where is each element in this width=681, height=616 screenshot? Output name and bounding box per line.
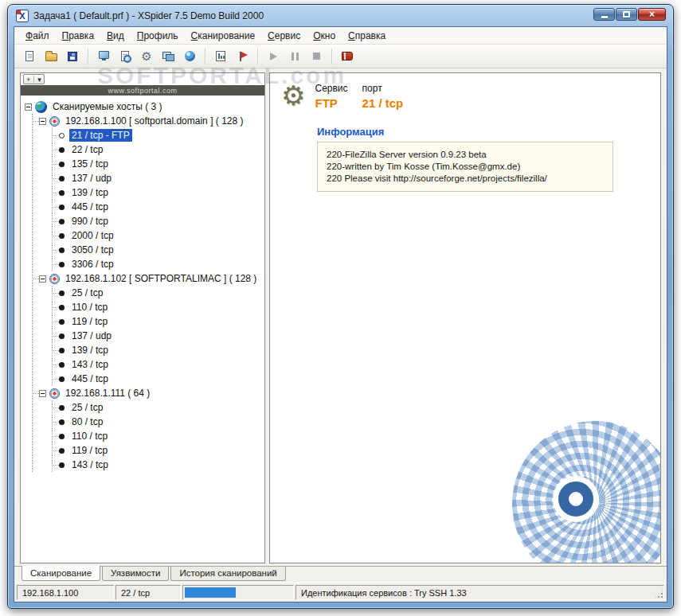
start-scan-button[interactable] — [264, 47, 283, 66]
port-row[interactable]: 110 / tcp — [53, 429, 263, 443]
report-button[interactable] — [211, 47, 230, 66]
port-row[interactable]: 21 / tcp - FTP — [53, 128, 263, 142]
main-area: + ▾ www.softportal.com Сканируемые хосты… — [14, 68, 667, 566]
tree-connector — [52, 307, 59, 308]
host-row[interactable]: 192.168.1.111 ( 64 ) — [33, 386, 263, 400]
port-row[interactable]: 137 / udp — [53, 329, 263, 343]
port-row[interactable]: 990 / tcp — [53, 214, 263, 228]
status-host: 192.168.1.100 — [17, 585, 114, 600]
port-row[interactable]: 119 / tcp — [53, 314, 263, 329]
collapse-toggle-icon[interactable] — [39, 390, 46, 397]
port-row[interactable]: 3050 / tcp — [53, 243, 263, 257]
tree-connector — [52, 465, 59, 466]
open-task-button[interactable] — [41, 47, 61, 66]
port-row[interactable]: 2000 / tcp — [53, 228, 263, 243]
network-globe-icon — [35, 101, 47, 113]
port-icon — [59, 248, 65, 253]
maximize-button[interactable] — [616, 8, 637, 21]
monitor-icon — [99, 51, 109, 59]
edit-profile-button[interactable] — [137, 47, 156, 66]
port-row[interactable]: 143 / tcp — [53, 357, 263, 372]
port-row[interactable]: 135 / tcp — [53, 157, 263, 171]
sphere-hole — [558, 481, 593, 517]
menu-item[interactable]: Сканирование — [185, 28, 261, 44]
port-row[interactable]: 22 / tcp — [53, 142, 263, 157]
checks-button[interactable] — [233, 47, 252, 66]
port-label: 80 / tcp — [69, 415, 105, 428]
port-row[interactable]: 137 / udp — [53, 171, 263, 185]
menu-item[interactable]: Правка — [56, 28, 101, 44]
port-row[interactable]: 119 / tcp — [53, 443, 263, 458]
help-button[interactable] — [338, 47, 357, 66]
host-row[interactable]: 192.168.1.100 [ softportal.domain ] ( 12… — [33, 114, 263, 128]
port-row[interactable]: 139 / tcp — [53, 343, 263, 357]
port-label: 445 / tcp — [69, 201, 111, 213]
port-row[interactable]: 143 / tcp — [53, 458, 263, 472]
port-row[interactable]: 80 / tcp — [53, 415, 263, 429]
port-label: 22 / tcp — [69, 143, 105, 156]
port-icon — [59, 290, 65, 296]
menu-item[interactable]: Окно — [307, 28, 342, 44]
port-label: 119 / tcp — [69, 315, 110, 328]
port-row[interactable]: 139 / tcp — [53, 185, 263, 200]
tree-connector — [52, 436, 59, 437]
port-row[interactable]: 445 / tcp — [53, 200, 263, 214]
network-button[interactable] — [180, 47, 199, 66]
host-row[interactable]: 192.168.1.102 [ SOFTPORTALIMAC ] ( 128 ) — [33, 271, 263, 286]
tree-expand-dropdown-button[interactable]: + ▾ — [23, 74, 45, 84]
port-label: 3050 / tcp — [69, 244, 116, 256]
add-host-button[interactable] — [94, 47, 113, 66]
stop-scan-button[interactable] — [307, 47, 326, 66]
menu-item[interactable]: Профиль — [131, 28, 185, 44]
menu-bar: ФайлПравкаВидПрофильСканированиеСервисОк… — [14, 27, 667, 45]
port-label: 137 / udp — [69, 329, 114, 342]
menu-item[interactable]: Вид — [100, 28, 131, 44]
minimize-button[interactable] — [593, 8, 615, 21]
tree-connector — [52, 250, 59, 251]
collapse-toggle-icon[interactable] — [25, 103, 32, 111]
window-controls: × — [593, 8, 666, 21]
tree-connector — [52, 293, 59, 294]
port-icon — [59, 190, 65, 196]
menu-item[interactable]: Сервис — [261, 28, 307, 44]
new-task-button[interactable] — [20, 47, 39, 66]
tree-connector — [52, 407, 59, 408]
title-bar[interactable]: X Задача1 ( Default.prf ) - XSpider 7.5 … — [8, 5, 673, 27]
page-magnifier-icon — [121, 51, 129, 61]
port-label: 2000 / tcp — [69, 229, 116, 242]
port-label: 110 / tcp — [69, 301, 110, 314]
progress-fill — [185, 587, 236, 598]
port-row[interactable]: 25 / tcp — [53, 400, 263, 415]
pause-scan-button[interactable] — [285, 47, 304, 66]
save-task-button[interactable] — [63, 47, 82, 66]
window-title: Задача1 ( Default.prf ) - XSpider 7.5 De… — [33, 10, 264, 21]
status-message: Идентификация сервисов : Try SSH 1.33 — [295, 585, 664, 600]
tree-root-row[interactable]: Сканируемые хосты ( 3 ) — [25, 99, 263, 114]
plus-icon: + — [26, 76, 30, 84]
chart-icon — [216, 51, 225, 61]
port-row[interactable]: 445 / tcp — [53, 372, 263, 386]
toolbar-separator — [205, 49, 205, 64]
status-bar: 192.168.1.100 22 / tcp Идентификация сер… — [14, 583, 667, 602]
tree-connector — [52, 336, 59, 337]
port-row[interactable]: 110 / tcp — [53, 300, 263, 314]
host-label: 192.168.1.102 [ SOFTPORTALIMAC ] ( 128 ) — [64, 273, 258, 284]
toolbar-separator — [88, 49, 88, 64]
close-button[interactable]: × — [638, 8, 666, 21]
tab-active[interactable]: Сканирование — [22, 566, 100, 581]
collapse-toggle-icon[interactable] — [39, 275, 46, 283]
menu-item[interactable]: Файл — [19, 28, 56, 44]
hosts-list-button[interactable] — [159, 47, 178, 66]
port-row[interactable]: 3306 / tcp — [53, 257, 263, 271]
port-label: 990 / tcp — [69, 215, 111, 228]
menu-item[interactable]: Справка — [342, 28, 392, 44]
pause-icon — [292, 53, 299, 60]
port-row[interactable]: 25 / tcp — [53, 286, 263, 300]
maximize-icon — [623, 11, 630, 18]
port-icon — [59, 147, 65, 153]
tab-item[interactable]: Уязвимости — [102, 567, 169, 581]
collapse-toggle-icon[interactable] — [39, 118, 46, 125]
tab-item[interactable]: История сканирований — [170, 567, 285, 581]
tree-connector — [32, 279, 39, 279]
scan-profile-button[interactable] — [115, 47, 135, 66]
